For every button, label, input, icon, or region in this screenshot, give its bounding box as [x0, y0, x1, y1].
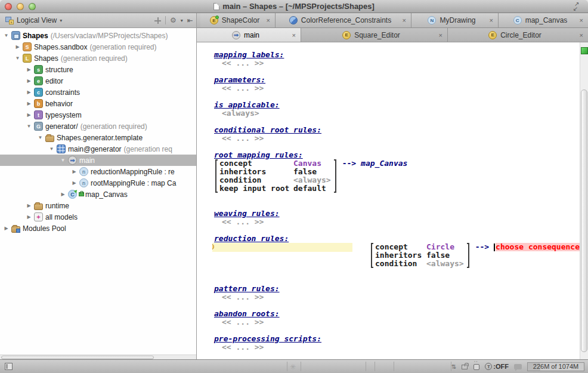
empty-collection-cell[interactable]: << ... >> [214, 343, 580, 352]
close-icon[interactable]: × [403, 17, 406, 24]
section-title[interactable]: root mapping rules: [214, 151, 580, 159]
empty-collection-cell[interactable]: << ... >> [214, 318, 580, 326]
section-title[interactable]: mapping labels: [214, 51, 580, 59]
close-window-button[interactable] [5, 3, 12, 10]
rule-value[interactable]: <always> [293, 176, 331, 184]
expander-icon[interactable]: ▶ [59, 192, 67, 197]
view-selector-button[interactable]: s Logical View ▾ [4, 15, 66, 26]
tree-item-editor[interactable]: ▶ e editor [0, 75, 196, 87]
expander-icon[interactable]: ▶ [25, 214, 33, 220]
root-mapping-rule[interactable]: concept Canvas inheritors false conditio… [214, 159, 580, 193]
tab-mydrawing[interactable]: N MyDrawing × [411, 13, 499, 27]
section-title[interactable]: conditional root rules: [214, 126, 580, 134]
tree-horizontal-scrollbar[interactable] [0, 354, 196, 359]
event-log-balloon-icon[interactable] [514, 364, 522, 369]
tree-item-modules-pool[interactable]: ▶ Modules Pool [0, 223, 196, 234]
tree-item-structure[interactable]: ▶ s structure [0, 64, 196, 75]
toggle-toolbar-icon[interactable] [5, 363, 13, 370]
rule-value[interactable]: <always> [426, 260, 464, 268]
expander-icon[interactable]: ▼ [48, 146, 55, 152]
position-widget-icon[interactable]: ⇅ [451, 363, 456, 370]
empty-collection-cell[interactable]: << ... >> [214, 134, 580, 143]
expander-icon[interactable]: ▼ [36, 135, 44, 140]
expander-icon[interactable]: ▶ [70, 180, 78, 186]
section-title[interactable]: abandon roots: [214, 310, 580, 318]
tree-item-runtime[interactable]: ▶ runtime [0, 200, 196, 211]
expander-icon[interactable]: ▶ [25, 90, 33, 95]
close-icon[interactable]: × [267, 17, 270, 24]
expander-icon[interactable]: ▶ [25, 112, 33, 118]
inspection-status-ok-icon[interactable] [581, 47, 588, 54]
unlocked-icon[interactable] [462, 363, 467, 369]
expander-icon[interactable]: ▶ [70, 169, 78, 174]
tree-item-constraints[interactable]: ▶ c constraints [0, 87, 196, 98]
expander-icon[interactable]: ▶ [14, 44, 21, 50]
close-icon[interactable]: × [580, 17, 583, 24]
editor-vertical-scrollbar[interactable] [580, 42, 588, 359]
always-cell[interactable]: <always> [214, 109, 580, 118]
tree-item-map-canvas[interactable]: ▶ C map_Canvas [0, 189, 196, 200]
expander-icon[interactable]: ▼ [2, 33, 10, 38]
background-tasks-icon[interactable]: ✳ [290, 363, 296, 371]
expander-icon[interactable]: ▼ [14, 56, 21, 61]
expander-icon[interactable]: ▶ [25, 67, 33, 72]
tab-colorreference-constraints[interactable]: ColorReference_Constraints × [276, 13, 411, 27]
section-title[interactable]: weaving rules: [214, 209, 580, 218]
empty-collection-cell[interactable]: << ... >> [214, 218, 580, 226]
hide-panel-icon[interactable]: ⇤ [187, 17, 193, 24]
rule-value[interactable]: false [426, 251, 464, 260]
rule-value-concept[interactable]: Canvas [293, 159, 331, 168]
intention-lightbulb-icon[interactable] [212, 243, 213, 251]
tree-item-generator-template[interactable]: ▼ Shapes.generator.template [0, 132, 196, 143]
empty-collection-cell[interactable]: << ... >> [214, 84, 580, 93]
rule-value-concept[interactable]: Circle [426, 243, 464, 251]
rule-key[interactable]: inheritors [219, 168, 293, 176]
fullscreen-icon[interactable]: ↗↙ [574, 2, 583, 11]
section-title[interactable]: pre-processing scripts: [214, 335, 580, 343]
memory-indicator[interactable]: 226M of 1074M [527, 362, 584, 371]
section-title[interactable]: parameters: [214, 76, 580, 84]
gear-chevron-icon[interactable]: ▾ [181, 18, 183, 23]
tree-item-all-models[interactable]: ▶ ✦ all models [0, 211, 196, 223]
expander-icon[interactable]: ▼ [59, 158, 67, 163]
editor-content[interactable]: mapping labels: << ... >> parameters: <<… [212, 42, 580, 359]
typesystem-toggle[interactable]: T :OFF [485, 363, 509, 370]
empty-collection-cell[interactable]: << ... >> [214, 293, 580, 301]
tree-item-typesystem[interactable]: ▶ t typesystem [0, 109, 196, 121]
tree-item-behavior[interactable]: ▶ b behavior [0, 98, 196, 109]
tab-main[interactable]: ⇒ main × [197, 28, 301, 42]
rule-key[interactable]: condition [375, 260, 426, 268]
section-title[interactable]: is applicable: [214, 101, 580, 109]
empty-collection-cell[interactable]: << ... >> [214, 59, 580, 67]
close-icon[interactable]: × [292, 32, 296, 39]
zoom-window-button[interactable] [29, 3, 36, 10]
expander-icon[interactable]: ▶ [25, 78, 33, 84]
expander-icon[interactable]: ▶ [25, 101, 33, 106]
minimize-window-button[interactable] [17, 3, 24, 10]
scrollbar-thumb[interactable] [581, 90, 587, 352]
tab-shapecolor[interactable]: E ShapeColor × [200, 13, 276, 27]
rule-key[interactable]: concept [375, 243, 426, 251]
section-title[interactable]: pattern rules: [214, 285, 580, 293]
rule-key[interactable]: condition [219, 176, 293, 184]
tree-item-shapes-sandbox[interactable]: ▶ S Shapes.sandbox (generation required) [0, 41, 196, 53]
rule-target-template[interactable]: map_Canvas [361, 159, 407, 168]
section-title[interactable]: reduction rules: [214, 235, 580, 243]
tab-square-editor[interactable]: E Square_Editor × [301, 28, 448, 42]
tree-item-project-shapes[interactable]: ▼ Shapes (/Users/vaclav/MPSProjects/Shap… [0, 30, 196, 41]
tree-item-main-selected[interactable]: ▼ ⇒ main [0, 155, 196, 166]
close-icon[interactable]: × [580, 32, 583, 39]
hector-inspector-icon[interactable] [472, 363, 479, 370]
tree-item-root-mapping-rule[interactable]: ▶ n rootMappingRule : map Ca [0, 177, 196, 189]
rule-key[interactable]: keep input root [219, 184, 293, 193]
tree-item-generator[interactable]: ▼ G generator/ (generation required) [0, 121, 196, 132]
tab-circle-editor[interactable]: E Circle_Editor × [448, 28, 588, 42]
expander-icon[interactable]: ▶ [2, 226, 10, 231]
rule-key[interactable]: inheritors [375, 251, 426, 260]
tree-item-shapes-language[interactable]: ▼ L Shapes (generation required) [0, 53, 196, 64]
rule-value[interactable]: false [293, 168, 331, 176]
rule-key[interactable]: concept [219, 159, 293, 168]
tab-map-canvas[interactable]: C map_Canvas × [499, 13, 588, 27]
rule-value[interactable]: default [293, 184, 331, 193]
expander-icon[interactable]: ▼ [25, 124, 33, 129]
